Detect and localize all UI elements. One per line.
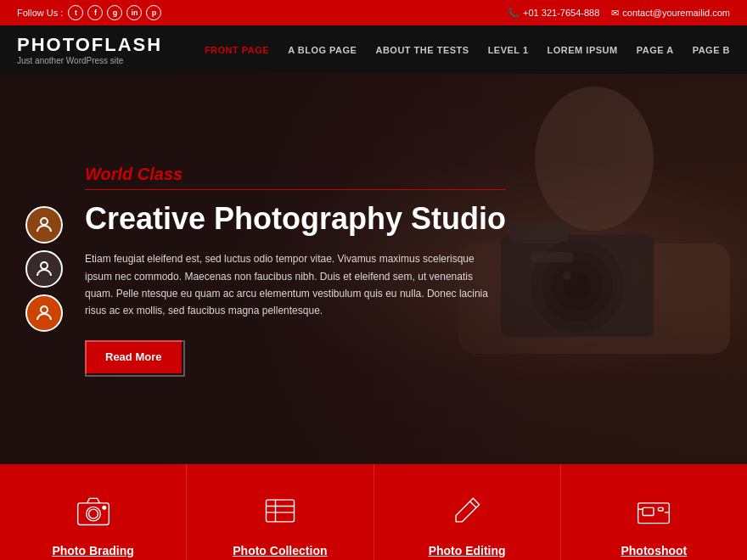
service-photo-collection: Photo Collection Lorem ipsum dolor sit a… — [187, 464, 374, 560]
nav-lorem-ipsum[interactable]: LOREM IPSUM — [548, 45, 618, 55]
camera-icon — [72, 490, 115, 532]
phone-number: +01 321-7654-888 — [523, 8, 599, 18]
logo-subtitle: Just another WordPress site — [17, 56, 162, 65]
nav-page-b[interactable]: PAGE B — [693, 45, 730, 55]
thumb-1[interactable] — [25, 206, 63, 244]
thumb-2[interactable] — [25, 250, 63, 288]
hero-title: Creative Photography Studio — [85, 200, 506, 237]
top-bar: Follow Us : t f g in p 📞 +01 321-7654-88… — [0, 0, 747, 25]
nav-level1[interactable]: LEVEL 1 — [488, 45, 529, 55]
service-title-photoshoot[interactable]: Photoshoot — [578, 544, 730, 557]
googleplus-icon[interactable]: g — [107, 5, 122, 20]
email-address: contact@youremailid.com — [622, 8, 730, 18]
logo-title: PHOTOFLASH — [17, 34, 162, 56]
thumb-3[interactable] — [25, 294, 63, 332]
svg-point-12 — [41, 306, 48, 313]
service-photoshoot: Photoshoot Lorem ipsum dolor sit amet, c… — [561, 464, 747, 560]
follow-label: Follow Us : — [17, 8, 63, 18]
svg-point-16 — [103, 507, 106, 510]
collection-icon — [259, 490, 301, 532]
svg-rect-17 — [266, 500, 294, 522]
hero-eyebrow: World Class — [85, 165, 506, 184]
hero-description: Etiam feugiat eleifend est, sed luctus o… — [85, 250, 492, 320]
phone-icon: 📞 — [508, 8, 520, 19]
svg-point-10 — [41, 218, 48, 225]
service-title-collection[interactable]: Photo Collection — [204, 544, 356, 557]
linkedin-icon[interactable]: in — [126, 5, 142, 20]
nav-front-page[interactable]: FRONT PAGE — [205, 45, 269, 55]
pinterest-icon[interactable]: p — [146, 5, 161, 20]
email-icon: ✉ — [611, 8, 619, 19]
social-icons: t f g in p — [68, 5, 161, 20]
follow-section: Follow Us : t f g in p — [17, 5, 161, 20]
svg-point-15 — [88, 509, 98, 518]
read-more-button[interactable]: Read More — [85, 340, 182, 373]
hero-thumbnails — [25, 206, 63, 332]
facebook-icon[interactable]: f — [87, 5, 103, 20]
nav-about-tests[interactable]: ABOUT THE TESTS — [375, 45, 469, 55]
hero-divider — [85, 189, 506, 190]
site-header: PHOTOFLASH Just another WordPress site F… — [0, 25, 747, 74]
edit-icon — [446, 490, 488, 532]
nav-blog-page[interactable]: A BLOG PAGE — [288, 45, 357, 55]
hero-content: World Class Creative Photography Studio … — [0, 165, 506, 373]
svg-line-21 — [470, 501, 476, 507]
svg-rect-23 — [643, 507, 654, 515]
service-title-brading[interactable]: Photo Brading — [17, 544, 169, 557]
twitter-icon[interactable]: t — [68, 5, 83, 20]
service-photo-brading: Photo Brading Lorem ipsum dolor sit amet… — [0, 464, 187, 560]
logo: PHOTOFLASH Just another WordPress site — [17, 34, 162, 65]
email-contact: ✉ contact@youremailid.com — [611, 8, 730, 19]
nav-page-a[interactable]: PAGE A — [637, 45, 674, 55]
services-section: Photo Brading Lorem ipsum dolor sit amet… — [0, 464, 747, 560]
hero-section: World Class Creative Photography Studio … — [0, 74, 747, 464]
photoshoot-icon — [632, 490, 675, 532]
svg-point-11 — [41, 262, 48, 269]
main-nav: FRONT PAGE A BLOG PAGE ABOUT THE TESTS L… — [205, 45, 730, 55]
svg-rect-24 — [659, 507, 664, 511]
contact-info: 📞 +01 321-7654-888 ✉ contact@youremailid… — [508, 8, 730, 19]
service-title-editing[interactable]: Photo Editing — [391, 544, 543, 557]
phone-contact: 📞 +01 321-7654-888 — [508, 8, 599, 19]
service-photo-editing: Photo Editing Lorem ipsum dolor sit amet… — [374, 464, 561, 560]
